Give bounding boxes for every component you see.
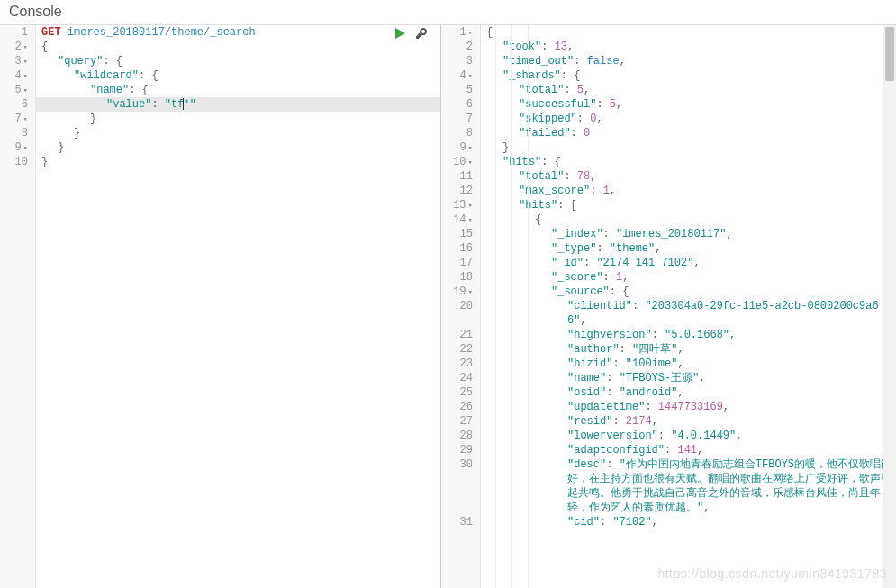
request-gutter: 12345678910 <box>0 25 36 588</box>
run-button[interactable] <box>394 27 406 40</box>
request-toolbar <box>394 27 428 40</box>
request-code[interactable]: GET imeres_20180117/theme/_search{"query… <box>36 25 440 169</box>
main-split: 12345678910 GET imeres_20180117/theme/_s… <box>0 25 896 588</box>
response-code[interactable]: {"took": 13,"timed_out": false,"_shards"… <box>481 25 896 529</box>
scroll-thumb[interactable] <box>885 27 894 81</box>
play-icon <box>394 27 406 40</box>
request-editor[interactable]: 12345678910 GET imeres_20180117/theme/_s… <box>0 25 441 588</box>
svg-marker-0 <box>395 28 405 39</box>
response-gutter: 1234567891011121314151617181920 21222324… <box>441 25 481 588</box>
response-scrollbar[interactable] <box>883 25 896 588</box>
console-title: Console <box>9 4 62 19</box>
console-header: Console <box>0 0 896 25</box>
settings-button[interactable] <box>415 27 428 40</box>
wrench-icon <box>415 27 428 40</box>
response-viewer: 1234567891011121314151617181920 21222324… <box>441 25 896 588</box>
